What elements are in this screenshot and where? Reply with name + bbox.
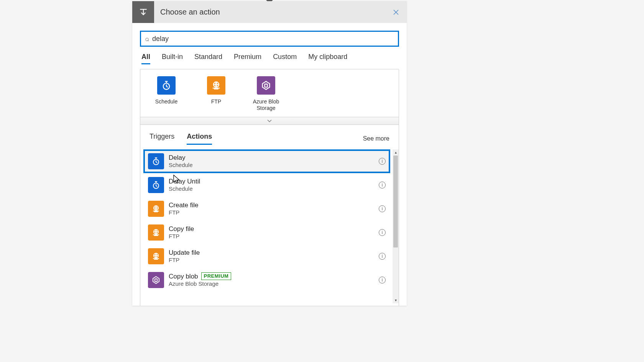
- svg-line-18: [156, 186, 157, 187]
- scroll-thumb[interactable]: [393, 156, 398, 248]
- scroll-up-arrow[interactable]: ▴: [393, 149, 399, 156]
- result-row[interactable]: Copy blobPREMIUM Azure Blob Storage i: [143, 268, 390, 292]
- result-title: Copy blobPREMIUM: [169, 272, 231, 280]
- ftp-icon: [148, 201, 164, 217]
- scrollbar[interactable]: ▴ ▾: [393, 149, 399, 303]
- connector-schedule[interactable]: Schedule: [151, 76, 182, 111]
- result-title: Delay: [169, 154, 193, 162]
- result-row[interactable]: Delay Until Schedule i: [143, 173, 390, 197]
- svg-line-15: [156, 162, 157, 163]
- result-row[interactable]: Delay Schedule i: [143, 149, 390, 173]
- ftp-icon: [148, 248, 164, 264]
- connector-azure-blob[interactable]: Azure Blob Storage: [251, 76, 281, 111]
- tab-my-clipboard[interactable]: My clipboard: [308, 53, 347, 64]
- ftp-icon: [148, 224, 164, 241]
- result-row[interactable]: Update file FTP i: [143, 244, 390, 268]
- connector-label: Azure Blob Storage: [251, 98, 281, 111]
- ftp-icon: [207, 76, 225, 95]
- premium-badge: PREMIUM: [201, 272, 232, 280]
- info-icon[interactable]: i: [379, 253, 386, 260]
- result-text: Delay Schedule: [169, 154, 193, 169]
- search-icon: ⌕: [145, 35, 149, 43]
- svg-marker-31: [153, 277, 159, 283]
- result-row[interactable]: Copy file FTP i: [143, 221, 390, 244]
- tab-actions[interactable]: Actions: [187, 133, 212, 145]
- result-subtitle: FTP: [169, 209, 198, 216]
- tab-all[interactable]: All: [141, 53, 150, 64]
- tab-custom[interactable]: Custom: [273, 53, 297, 64]
- result-title: Copy file: [169, 225, 194, 233]
- scroll-down-arrow[interactable]: ▾: [393, 297, 399, 303]
- svg-marker-11: [263, 82, 270, 90]
- result-title: Create file: [169, 201, 198, 209]
- connector-label: Schedule: [155, 98, 177, 105]
- info-icon[interactable]: i: [379, 182, 386, 188]
- results-list: Delay Schedule i Delay Until Schedule i …: [140, 145, 399, 306]
- panel-title: Choose an action: [160, 8, 220, 16]
- result-subtitle: Schedule: [169, 162, 193, 169]
- svg-line-6: [166, 86, 168, 87]
- connectors-grid: Schedule FTP Azure Blob: [140, 69, 399, 117]
- schedule-icon: [148, 153, 164, 169]
- info-icon[interactable]: i: [379, 277, 386, 283]
- result-title: Delay Until: [169, 177, 200, 185]
- result-text: Delay Until Schedule: [169, 177, 200, 193]
- schedule-icon: [148, 177, 164, 193]
- close-button[interactable]: [388, 5, 404, 20]
- search-input[interactable]: [152, 35, 394, 43]
- result-title: Update file: [169, 249, 200, 257]
- result-subtitle: Schedule: [169, 185, 200, 193]
- see-more-link[interactable]: See more: [363, 135, 389, 142]
- tab-triggers[interactable]: Triggers: [150, 133, 174, 145]
- svg-rect-12: [265, 84, 268, 87]
- schedule-icon: [157, 76, 176, 95]
- choose-action-panel: Choose an action ⌕ All Built-in Standard…: [132, 1, 407, 306]
- tab-premium[interactable]: Premium: [234, 53, 261, 64]
- expand-connectors-button[interactable]: [140, 117, 399, 125]
- scroll-track[interactable]: [393, 156, 399, 297]
- info-icon[interactable]: i: [379, 158, 386, 165]
- result-text: Copy blobPREMIUM Azure Blob Storage: [169, 272, 231, 288]
- blob-icon: [148, 272, 164, 288]
- info-icon[interactable]: i: [379, 205, 386, 212]
- connector-ftp[interactable]: FTP: [201, 76, 232, 111]
- azure-blob-icon: [257, 76, 275, 95]
- svg-rect-32: [155, 279, 157, 282]
- triggers-actions-tabs: Triggers Actions See more: [140, 125, 399, 145]
- insert-step-icon: [132, 1, 154, 23]
- result-text: Create file FTP: [169, 201, 198, 216]
- search-box[interactable]: ⌕: [140, 31, 399, 47]
- result-text: Update file FTP: [169, 249, 200, 264]
- result-subtitle: FTP: [169, 257, 200, 264]
- result-text: Copy file FTP: [169, 225, 194, 240]
- connector-label: FTP: [211, 98, 221, 105]
- panel-header: Choose an action: [132, 1, 407, 23]
- info-icon[interactable]: i: [379, 229, 386, 236]
- filter-tabs: All Built-in Standard Premium Custom My …: [140, 53, 399, 64]
- result-subtitle: Azure Blob Storage: [169, 280, 231, 288]
- chevron-down-icon: [267, 119, 272, 123]
- result-subtitle: FTP: [169, 233, 194, 240]
- tab-standard[interactable]: Standard: [194, 53, 222, 64]
- tab-built-in[interactable]: Built-in: [162, 53, 183, 64]
- result-row[interactable]: Create file FTP i: [143, 197, 390, 221]
